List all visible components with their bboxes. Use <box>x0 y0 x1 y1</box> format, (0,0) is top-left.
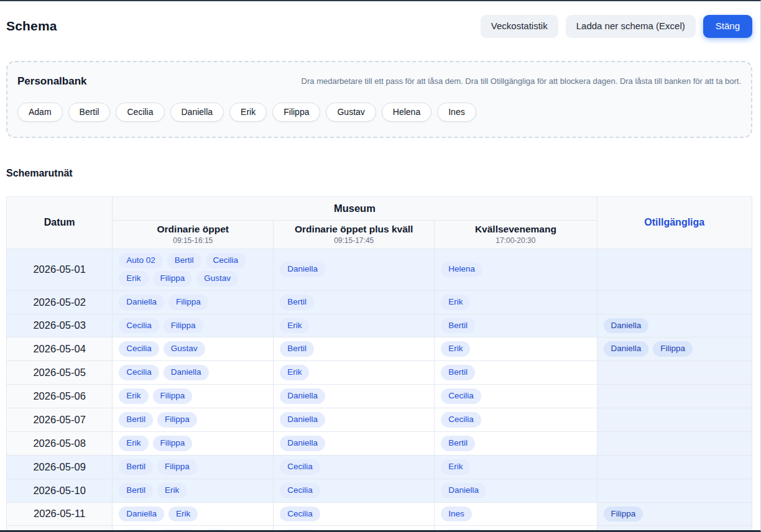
employee-chip[interactable]: Filippa <box>157 412 197 428</box>
shift-cell[interactable]: Bertil <box>435 314 597 337</box>
shift-cell[interactable]: CeciliaGustav <box>113 337 274 361</box>
employee-chip[interactable]: Erik <box>168 507 198 522</box>
unavailable-cell[interactable] <box>597 455 752 479</box>
employee-chip[interactable]: Ines <box>441 507 472 522</box>
employee-chip[interactable]: Filippa <box>153 271 193 287</box>
shift-cell[interactable]: Cecilia <box>274 479 435 502</box>
employee-chip[interactable]: Gustav <box>196 271 238 287</box>
employee-bank-chip[interactable]: Gustav <box>326 103 376 122</box>
employee-chip[interactable]: Filippa <box>164 318 203 334</box>
employee-chip[interactable]: Erik <box>157 483 187 498</box>
employee-chip[interactable]: Daniella <box>441 483 486 498</box>
employee-bank-chip[interactable]: Adam <box>17 103 63 122</box>
employee-chip[interactable]: Cecilia <box>119 341 159 357</box>
employee-chip[interactable]: Auto 02 <box>119 253 163 268</box>
shift-cell[interactable]: ErikFilippa <box>113 385 274 408</box>
shift-cell[interactable]: Ines <box>435 502 597 526</box>
shift-cell[interactable]: Erik <box>274 361 435 385</box>
shift-cell[interactable]: DaniellaErik <box>113 502 274 526</box>
shift-cell[interactable]: Filippa <box>274 526 435 532</box>
employee-chip[interactable]: Filippa <box>280 530 320 532</box>
shift-cell[interactable]: Daniella <box>274 431 435 455</box>
employee-chip[interactable]: Erik <box>280 318 309 334</box>
shift-cell[interactable]: Daniella <box>274 408 435 432</box>
shift-cell[interactable]: Daniella <box>435 479 597 502</box>
employee-chip[interactable]: Daniella <box>280 388 325 404</box>
unavailable-cell[interactable] <box>597 385 752 408</box>
download-excel-button[interactable]: Ladda ner schema (Excel) <box>566 15 696 38</box>
employee-chip[interactable]: Erik <box>202 530 231 532</box>
shift-cell[interactable]: Bertil <box>274 290 435 314</box>
unavailable-cell[interactable] <box>597 526 752 532</box>
employee-chip[interactable]: Bertil <box>280 295 314 310</box>
employee-chip[interactable]: Erik <box>119 436 148 451</box>
employee-chip[interactable]: Filippa <box>153 436 193 451</box>
unavailable-cell[interactable]: DaniellaFilippa <box>597 337 752 361</box>
shift-cell[interactable]: BertilErik <box>113 479 274 502</box>
employee-chip[interactable]: Cecilia <box>119 365 159 380</box>
employee-chip[interactable]: Filippa <box>157 459 197 475</box>
employee-chip[interactable]: Daniella <box>604 341 649 357</box>
shift-cell[interactable]: CeciliaDaniella <box>113 361 274 385</box>
unavailable-cell[interactable]: Filippa <box>597 502 752 526</box>
employee-chip[interactable]: Cecilia <box>119 318 159 334</box>
employee-chip[interactable]: Filippa <box>168 295 208 310</box>
employee-chip[interactable]: Filippa <box>653 341 693 357</box>
employee-bank-chip[interactable]: Daniella <box>170 103 224 122</box>
employee-chip[interactable]: Bertil <box>441 365 475 380</box>
employee-chip[interactable]: Bertil <box>167 253 201 268</box>
employee-chip[interactable]: Bertil <box>280 341 314 357</box>
unavailable-cell[interactable] <box>597 361 752 385</box>
shift-cell[interactable]: DaniellaFilippa <box>113 290 274 314</box>
employee-chip[interactable]: Daniella <box>164 365 209 380</box>
shift-cell[interactable]: ErikFilippa <box>113 431 274 455</box>
employee-chip[interactable]: Erik <box>441 295 470 310</box>
weekstats-button[interactable]: Veckostatistik <box>481 15 558 38</box>
employee-chip[interactable]: Bertil <box>119 459 153 475</box>
close-button[interactable]: Stäng <box>703 15 752 38</box>
shift-cell[interactable]: Auto 02BertilCeciliaErikFilippaGustav <box>113 249 274 290</box>
unavailable-cell[interactable] <box>597 408 752 432</box>
shift-cell[interactable]: Erik <box>435 290 597 314</box>
shift-cell[interactable]: Cecilia <box>435 385 597 408</box>
shift-cell[interactable]: Cecilia <box>435 408 597 432</box>
employee-chip[interactable]: Cecilia <box>157 530 198 532</box>
shift-cell[interactable]: Bertil <box>435 431 597 455</box>
employee-chip[interactable]: Daniella <box>604 318 649 334</box>
shift-cell[interactable]: Daniella <box>274 249 435 290</box>
employee-chip[interactable]: Bertil <box>441 436 475 451</box>
employee-chip[interactable]: Erik <box>441 341 470 357</box>
employee-chip[interactable]: Daniella <box>280 262 325 277</box>
unavailable-cell[interactable] <box>597 431 752 455</box>
shift-cell[interactable]: Erik <box>274 314 435 337</box>
employee-chip[interactable]: Bertil <box>119 483 153 498</box>
employee-chip[interactable]: Erik <box>119 271 148 287</box>
unavailable-cell[interactable] <box>597 479 752 502</box>
employee-chip[interactable]: Filippa <box>604 507 643 522</box>
employee-bank-chip[interactable]: Helena <box>382 103 431 122</box>
employee-chip[interactable]: Bertil <box>119 412 153 428</box>
shift-cell[interactable]: CeciliaFilippa <box>113 314 274 337</box>
employee-chip[interactable]: Cecilia <box>441 412 481 428</box>
employee-bank-chip[interactable]: Cecilia <box>116 103 164 122</box>
shift-cell[interactable]: Daniella <box>435 526 597 532</box>
employee-chip[interactable]: Daniella <box>280 412 325 428</box>
employee-chip[interactable]: Erik <box>280 365 309 380</box>
employee-chip[interactable]: Cecilia <box>280 507 320 522</box>
employee-chip[interactable]: Cecilia <box>441 388 481 404</box>
employee-bank-chip[interactable]: Erik <box>229 103 267 122</box>
shift-cell[interactable]: Erik <box>435 337 597 361</box>
employee-chip[interactable]: Bertil <box>441 318 475 334</box>
employee-chip[interactable]: Cecilia <box>280 483 320 498</box>
employee-chip[interactable]: Daniella <box>119 295 164 310</box>
employee-chip[interactable]: Daniella <box>441 530 486 532</box>
shift-cell[interactable]: Cecilia <box>274 455 435 479</box>
employee-bank-chip[interactable]: Filippa <box>272 103 320 122</box>
shift-cell[interactable]: BertilCeciliaErik <box>113 526 274 532</box>
shift-cell[interactable]: Erik <box>435 455 597 479</box>
employee-bank-chip[interactable]: Bertil <box>68 103 111 122</box>
shift-cell[interactable]: Helena <box>435 249 597 290</box>
employee-chip[interactable]: Helena <box>441 262 482 277</box>
shift-cell[interactable]: Cecilia <box>274 502 435 526</box>
shift-cell[interactable]: Bertil <box>274 337 435 361</box>
